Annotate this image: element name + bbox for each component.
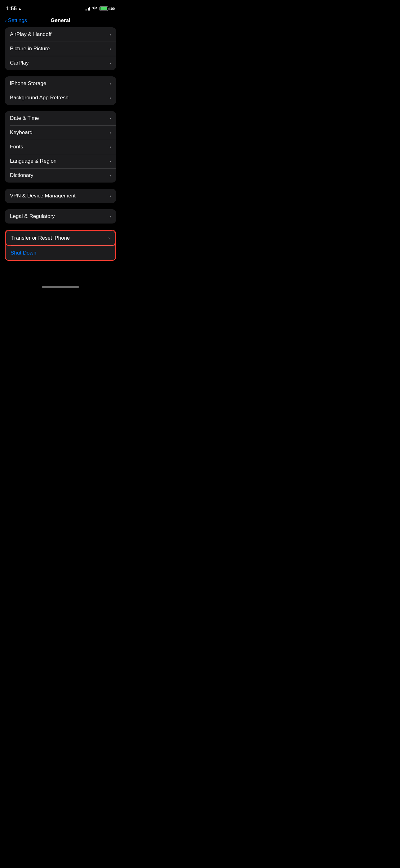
time-label: 1:55 <box>6 6 17 12</box>
signal-bar-2 <box>86 9 87 10</box>
iphone-storage-label: iPhone Storage <box>10 81 46 87</box>
carplay-right: › <box>109 61 111 65</box>
airplay-handoff-label: AirPlay & Handoff <box>10 31 52 37</box>
picture-in-picture-chevron: › <box>109 46 111 51</box>
iphone-storage-right: › <box>109 81 111 86</box>
group-vpn: VPN & Device Management › <box>5 189 116 203</box>
picture-in-picture-label: Picture in Picture <box>10 45 50 52</box>
row-carplay[interactable]: CarPlay › <box>5 56 116 70</box>
row-airplay-handoff[interactable]: AirPlay & Handoff › <box>5 27 116 41</box>
group-language: Date & Time › Keyboard › Fonts › Languag… <box>5 111 116 183</box>
vpn-device-management-label: VPN & Device Management <box>10 193 76 199</box>
back-chevron-icon: ‹ <box>5 18 7 24</box>
dictionary-chevron: › <box>109 173 111 178</box>
signal-bars <box>85 7 90 10</box>
vpn-device-management-chevron: › <box>109 193 111 198</box>
fonts-chevron: › <box>109 144 111 149</box>
battery-fill <box>100 7 107 10</box>
location-icon: ▲ <box>18 6 22 11</box>
legal-regulatory-chevron: › <box>109 214 111 219</box>
keyboard-label: Keyboard <box>10 129 33 136</box>
picture-in-picture-right: › <box>109 46 111 51</box>
back-button[interactable]: ‹ Settings <box>5 18 27 24</box>
shut-down-label: Shut Down <box>10 250 36 256</box>
home-indicator <box>0 282 121 290</box>
status-right: 100 <box>85 6 115 11</box>
group-legal: Legal & Regulatory › <box>5 209 116 223</box>
keyboard-right: › <box>109 130 111 135</box>
iphone-storage-chevron: › <box>109 81 111 86</box>
row-picture-in-picture[interactable]: Picture in Picture › <box>5 41 116 56</box>
legal-regulatory-label: Legal & Regulatory <box>10 213 55 219</box>
row-legal-regulatory[interactable]: Legal & Regulatory › <box>5 209 116 223</box>
row-date-time[interactable]: Date & Time › <box>5 111 116 125</box>
wifi-icon <box>92 6 97 11</box>
scroll-content: AirPlay & Handoff › Picture in Picture ›… <box>0 27 121 279</box>
dictionary-right: › <box>109 173 111 178</box>
signal-bar-1 <box>85 9 86 10</box>
group-airplay: AirPlay & Handoff › Picture in Picture ›… <box>5 27 116 70</box>
keyboard-chevron: › <box>109 130 111 135</box>
fonts-label: Fonts <box>10 144 23 150</box>
battery-label: 100 <box>109 7 115 10</box>
transfer-reset-chevron: › <box>108 236 110 241</box>
language-region-label: Language & Region <box>10 158 57 164</box>
page-title: General <box>51 18 70 24</box>
row-fonts[interactable]: Fonts › <box>5 140 116 154</box>
row-iphone-storage[interactable]: iPhone Storage › <box>5 76 116 91</box>
row-shut-down[interactable]: Shut Down <box>6 246 115 260</box>
language-region-chevron: › <box>109 159 111 164</box>
battery-icon <box>100 6 108 11</box>
battery-percent: 100 <box>109 7 115 10</box>
fonts-right: › <box>109 144 111 149</box>
row-dictionary[interactable]: Dictionary › <box>5 168 116 183</box>
group-transfer: Transfer or Reset iPhone › Shut Down <box>5 230 116 261</box>
dictionary-label: Dictionary <box>10 172 33 179</box>
status-time: 1:55 ▲ <box>6 6 22 12</box>
back-label: Settings <box>8 18 27 24</box>
signal-bar-3 <box>88 8 89 10</box>
background-app-refresh-label: Background App Refresh <box>10 95 69 101</box>
carplay-chevron: › <box>109 61 111 65</box>
signal-bar-4 <box>89 7 90 10</box>
carplay-label: CarPlay <box>10 60 29 66</box>
airplay-handoff-chevron: › <box>109 32 111 37</box>
row-language-region[interactable]: Language & Region › <box>5 154 116 168</box>
vpn-device-management-right: › <box>109 193 111 198</box>
legal-regulatory-right: › <box>109 214 111 219</box>
date-time-right: › <box>109 116 111 121</box>
row-keyboard[interactable]: Keyboard › <box>5 125 116 140</box>
background-app-refresh-right: › <box>109 95 111 100</box>
language-region-right: › <box>109 159 111 164</box>
transfer-reset-label: Transfer or Reset iPhone <box>11 235 70 241</box>
status-bar: 1:55 ▲ 100 <box>0 0 121 16</box>
home-bar <box>42 286 79 288</box>
row-transfer-reset[interactable]: Transfer or Reset iPhone › <box>6 230 115 246</box>
row-vpn-device-management[interactable]: VPN & Device Management › <box>5 189 116 203</box>
date-time-label: Date & Time <box>10 115 39 121</box>
transfer-reset-right: › <box>108 236 110 241</box>
airplay-handoff-right: › <box>109 32 111 37</box>
date-time-chevron: › <box>109 116 111 121</box>
row-background-app-refresh[interactable]: Background App Refresh › <box>5 91 116 105</box>
background-app-refresh-chevron: › <box>109 95 111 100</box>
nav-bar: ‹ Settings General <box>0 16 121 27</box>
group-storage: iPhone Storage › Background App Refresh … <box>5 76 116 105</box>
battery-container: 100 <box>100 6 115 11</box>
